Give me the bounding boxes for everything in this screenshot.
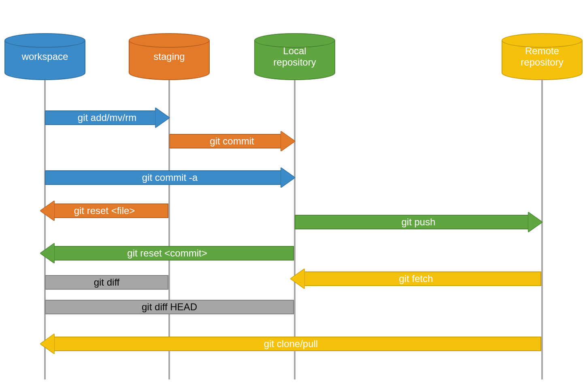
arrow-git-clone-pull: git clone/pull — [40, 334, 541, 354]
node-remote-label: Remote repository — [521, 45, 563, 68]
arrow-git-push: git push — [295, 212, 542, 232]
node-workspace-label: workspace — [22, 51, 68, 62]
arrow-git-fetch-label: git fetch — [399, 273, 433, 284]
arrow-git-commit-a-label: git commit -a — [142, 172, 198, 183]
bar-git-diff-head-label: git diff HEAD — [142, 301, 197, 313]
arrow-git-fetch: git fetch — [291, 269, 541, 288]
arrow-git-reset-file-label: git reset <file> — [74, 205, 135, 216]
git-flow-diagram: workspace staging Local repository Remot… — [0, 0, 587, 392]
node-local-label: Local repository — [273, 45, 316, 68]
arrow-git-push-label: git push — [401, 216, 435, 228]
arrow-git-commit: git commit — [169, 131, 295, 151]
node-staging: staging — [129, 33, 210, 73]
arrow-git-commit-a: git commit -a — [45, 168, 295, 187]
arrow-git-reset-commit-label: git reset <commit> — [127, 248, 207, 259]
node-local: Local repository — [254, 33, 335, 73]
node-workspace: workspace — [4, 33, 85, 73]
bar-git-diff: git diff — [45, 275, 168, 290]
bar-git-diff-head: git diff HEAD — [45, 300, 294, 314]
arrow-git-add-label: git add/mv/rm — [78, 112, 136, 123]
arrow-git-reset-commit: git reset <commit> — [40, 244, 294, 263]
arrow-git-add: git add/mv/rm — [45, 108, 169, 127]
node-staging-label: staging — [153, 51, 185, 62]
node-remote: Remote repository — [502, 33, 583, 73]
arrow-git-clone-pull-label: git clone/pull — [264, 338, 318, 350]
arrow-git-commit-label: git commit — [210, 136, 254, 147]
arrow-git-reset-file: git reset <file> — [40, 201, 168, 220]
bar-git-diff-label: git diff — [94, 277, 120, 288]
